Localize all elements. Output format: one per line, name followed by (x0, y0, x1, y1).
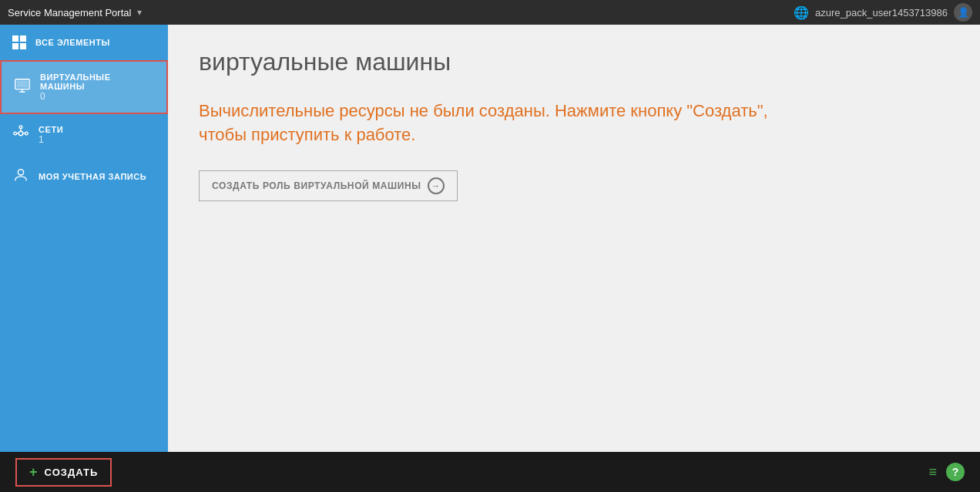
network-icon (12, 125, 29, 145)
svg-point-11 (18, 170, 23, 175)
sidebar-item-label: СЕТИ (39, 125, 63, 134)
globe-icon: 🌐 (794, 5, 809, 20)
sidebar-item-count: 0 (40, 91, 154, 102)
sidebar-item-label: МОЯ УЧЕТНАЯ ЗАПИСЬ (39, 172, 146, 181)
chevron-down-icon[interactable]: ▾ (137, 7, 142, 18)
main-layout: ВСЕ ЭЛЕМЕНТЫ ВИРТУАЛЬНЫЕ МАШИНЫ 0 (0, 25, 980, 452)
content-area: виртуальные машины Вычислительные ресурс… (168, 25, 980, 452)
sidebar-item-virtual-machines[interactable]: ВИРТУАЛЬНЫЕ МАШИНЫ 0 (0, 60, 168, 114)
top-bar: Service Management Portal ▾ 🌐 azure_pack… (0, 0, 980, 25)
create-role-label: СОЗДАТЬ РОЛЬ ВИРТУАЛЬНОЙ МАШИНЫ (212, 180, 421, 191)
sidebar-item-account-text: МОЯ УЧЕТНАЯ ЗАПИСЬ (39, 172, 146, 181)
svg-rect-1 (17, 81, 29, 88)
plus-icon: + (29, 464, 39, 480)
account-icon (12, 167, 29, 187)
grid-icon (12, 35, 26, 49)
page-title: виртуальные машины (199, 48, 949, 76)
create-label: СОЗДАТЬ (45, 467, 99, 478)
vm-icon (14, 77, 31, 97)
arrow-right-icon: → (428, 177, 445, 194)
username-label: azure_pack_user1453713986 (815, 7, 948, 19)
empty-state-message: Вычислительные ресурсы не были созданы. … (199, 99, 777, 147)
sidebar: ВСЕ ЭЛЕМЕНТЫ ВИРТУАЛЬНЫЕ МАШИНЫ 0 (0, 25, 168, 452)
create-role-button[interactable]: СОЗДАТЬ РОЛЬ ВИРТУАЛЬНОЙ МАШИНЫ → (199, 170, 458, 201)
svg-point-4 (18, 131, 23, 136)
sidebar-item-label: ВИРТУАЛЬНЫЕ МАШИНЫ (40, 72, 154, 91)
sidebar-item-label: ВСЕ ЭЛЕМЕНТЫ (35, 38, 110, 47)
sidebar-item-my-account[interactable]: МОЯ УЧЕТНАЯ ЗАПИСЬ (0, 156, 168, 197)
sidebar-item-count: 1 (39, 134, 63, 145)
help-label: ? (952, 466, 959, 478)
top-bar-left: Service Management Portal ▾ (8, 7, 142, 19)
sidebar-item-all-items-text: ВСЕ ЭЛЕМЕНТЫ (35, 38, 110, 47)
sidebar-item-vm-text: ВИРТУАЛЬНЫЕ МАШИНЫ 0 (40, 72, 154, 102)
svg-point-10 (19, 126, 22, 129)
sidebar-item-networks-text: СЕТИ 1 (39, 125, 63, 145)
top-bar-right: 🌐 azure_pack_user1453713986 👤 (794, 3, 972, 22)
list-icon[interactable]: ≡ (928, 464, 937, 480)
avatar[interactable]: 👤 (954, 3, 972, 22)
create-button[interactable]: + СОЗДАТЬ (15, 458, 112, 487)
help-button[interactable]: ? (946, 463, 965, 481)
sidebar-item-networks[interactable]: СЕТИ 1 (0, 114, 168, 156)
sidebar-item-all-items[interactable]: ВСЕ ЭЛЕМЕНТЫ (0, 25, 168, 60)
svg-point-6 (25, 132, 29, 135)
app-title: Service Management Portal (8, 7, 131, 19)
bottom-bar-right: ≡ ? (928, 463, 965, 481)
avatar-icon: 👤 (958, 7, 969, 18)
bottom-bar: + СОЗДАТЬ ≡ ? (0, 452, 980, 492)
svg-point-5 (14, 132, 17, 135)
